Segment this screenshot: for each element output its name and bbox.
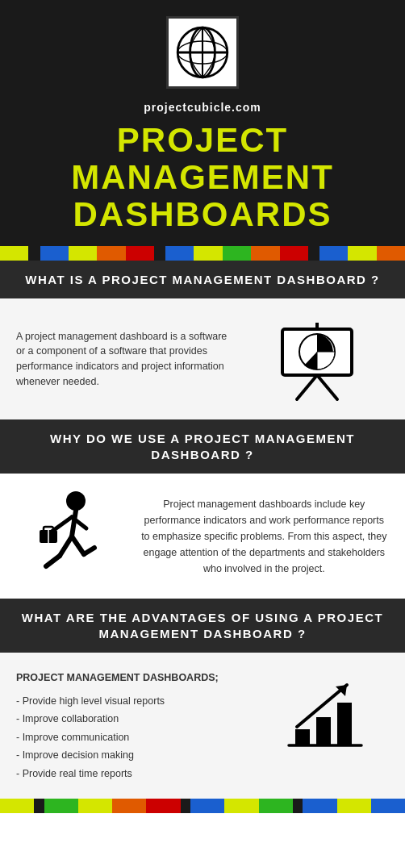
walking-person-icon bbox=[16, 490, 123, 582]
svg-line-19 bbox=[72, 536, 84, 554]
list-item: - Provide real time reports bbox=[16, 765, 253, 783]
cb-seg bbox=[308, 246, 319, 261]
svg-line-11 bbox=[72, 511, 76, 536]
globe-icon-container bbox=[166, 16, 239, 89]
cb-seg bbox=[348, 246, 376, 261]
cb-seg bbox=[69, 246, 97, 261]
section3-body: PROJECT MANAGEMENT DASHBOARDS; - Provide… bbox=[0, 653, 405, 799]
svg-line-6 bbox=[317, 375, 337, 399]
cb-seg bbox=[146, 799, 180, 813]
cb-seg bbox=[377, 246, 405, 261]
color-bar-bottom bbox=[0, 799, 405, 813]
cb-seg bbox=[40, 246, 69, 261]
growth-chart-icon bbox=[261, 669, 389, 757]
svg-line-12 bbox=[52, 517, 72, 532]
cb-seg bbox=[223, 246, 251, 261]
cb-seg bbox=[44, 799, 78, 813]
cb-seg bbox=[78, 799, 112, 813]
cb-seg bbox=[181, 799, 191, 813]
site-url: projectcubicle.com bbox=[16, 101, 389, 114]
svg-rect-24 bbox=[337, 703, 352, 745]
cb-seg bbox=[154, 246, 165, 261]
list-item: - Provide high level visual reports bbox=[16, 692, 253, 711]
cb-seg bbox=[259, 799, 293, 813]
section1-body: A project management dashboard is a soft… bbox=[0, 298, 405, 419]
section3-header-text: WHAT ARE THE ADVANTAGES OF USING A PROJE… bbox=[16, 610, 389, 641]
section3-header: WHAT ARE THE ADVANTAGES OF USING A PROJE… bbox=[0, 599, 405, 653]
cb-seg bbox=[34, 799, 44, 813]
cb-seg bbox=[0, 799, 34, 813]
cb-seg bbox=[190, 799, 224, 813]
cb-seg bbox=[97, 246, 125, 261]
globe-icon bbox=[174, 24, 231, 81]
cb-seg bbox=[0, 246, 28, 261]
presentation-chart-icon bbox=[244, 315, 389, 403]
cb-seg bbox=[251, 246, 279, 261]
section2-header: WHY DO WE USE A PROJECT MANAGEMENT DASHB… bbox=[0, 419, 405, 474]
cb-seg bbox=[194, 246, 222, 261]
svg-rect-23 bbox=[316, 717, 331, 745]
main-title: PROJECT MANAGEMENT DASHBOARDS bbox=[16, 122, 389, 234]
cb-seg bbox=[303, 799, 336, 813]
section2-header-text: WHY DO WE USE A PROJECT MANAGEMENT DASHB… bbox=[16, 431, 389, 462]
svg-rect-22 bbox=[295, 729, 310, 745]
svg-line-5 bbox=[297, 375, 317, 399]
cb-seg bbox=[293, 799, 303, 813]
cb-seg bbox=[337, 799, 371, 813]
svg-line-20 bbox=[84, 548, 94, 554]
section3-subheading: PROJECT MANAGEMENT DASHBOARDS; bbox=[16, 669, 253, 687]
svg-line-18 bbox=[46, 556, 60, 566]
section2-description: Project management dashboards include ke… bbox=[140, 496, 389, 577]
list-item: - Improve collaboration bbox=[16, 710, 253, 728]
color-bar-1 bbox=[0, 246, 405, 261]
svg-line-17 bbox=[60, 536, 72, 556]
list-item: - Improve communication bbox=[16, 728, 253, 747]
cb-seg bbox=[126, 246, 154, 261]
section1-header-text: WHAT IS A PROJECT MANAGEMENT DASHBOARD ? bbox=[16, 272, 389, 288]
cb-seg bbox=[319, 246, 348, 261]
section1-description: A project management dashboard is a soft… bbox=[16, 329, 232, 390]
header-section: projectcubicle.com PROJECT MANAGEMENT DA… bbox=[0, 0, 405, 246]
list-item: - Improve decision making bbox=[16, 746, 253, 765]
cb-seg bbox=[112, 799, 146, 813]
svg-point-10 bbox=[66, 491, 86, 511]
section3-list: PROJECT MANAGEMENT DASHBOARDS; - Provide… bbox=[16, 669, 253, 782]
cb-seg bbox=[165, 246, 194, 261]
cb-seg bbox=[28, 246, 40, 261]
cb-seg bbox=[371, 799, 405, 813]
section1-header: WHAT IS A PROJECT MANAGEMENT DASHBOARD ? bbox=[0, 261, 405, 299]
cb-seg bbox=[224, 799, 258, 813]
cb-seg bbox=[280, 246, 308, 261]
section2-body: Project management dashboards include ke… bbox=[0, 474, 405, 599]
